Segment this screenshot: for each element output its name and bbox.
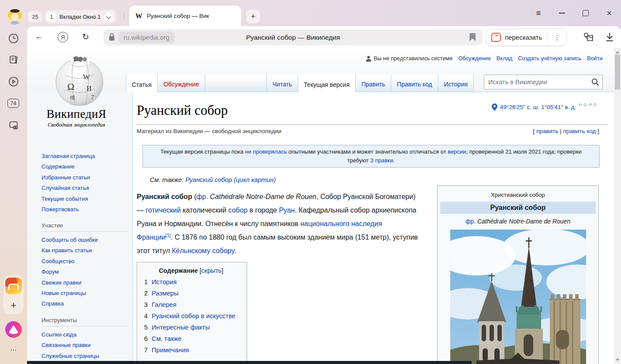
wikipedia-wordmark[interactable]: ВикипедиЯ	[27, 107, 126, 121]
rail-more-icon[interactable]: ⋯	[8, 346, 19, 354]
sidebar-section-title: Участие	[41, 222, 129, 232]
inline-link[interactable]: не проверялась	[245, 148, 287, 155]
toc-item[interactable]: 2Размеры	[144, 290, 238, 297]
table-of-contents: Содержание [скрыть] 1История2Размеры3Гал…	[137, 262, 247, 364]
sidebar-link[interactable]: Текущие события	[41, 194, 95, 204]
inline-link[interactable]: готический	[145, 206, 180, 214]
toc-item[interactable]: 5Интересные факты	[144, 324, 238, 331]
browser-menu-icon[interactable]: ≡	[527, 0, 550, 26]
minimize-button[interactable]	[550, 0, 574, 26]
sidebar-link[interactable]: Заглавная страница	[41, 151, 95, 161]
sidebar-link[interactable]: Как править статьи	[41, 245, 98, 256]
avatar-art	[10, 21, 19, 24]
sidebar-link[interactable]: Служебные страницы	[41, 351, 99, 361]
inline-link[interactable]: править код	[563, 128, 596, 134]
inline-link[interactable]: Руан	[279, 206, 295, 214]
sidebar-link[interactable]: Справка	[41, 299, 98, 309]
wikipedia-globe-logo[interactable]: Ω W И 维 7	[54, 55, 105, 106]
toc-item[interactable]: 1История	[144, 278, 238, 285]
sidebar-link[interactable]: Ссылки сюда	[41, 330, 99, 340]
sidebar-link[interactable]: Связанные правки	[41, 340, 99, 350]
tab-title: Руанский собор — Вик	[147, 13, 222, 19]
wiki-tab[interactable]: Обсуждение	[157, 74, 205, 92]
screenshot-icon[interactable]	[8, 120, 19, 130]
inline-link[interactable]: скрыть	[201, 267, 221, 274]
sidebar-nav: Заглавная страницаСодержаниеИзбранные ст…	[41, 151, 95, 215]
personal-link[interactable]: Вклад	[497, 55, 512, 62]
sidebar-link[interactable]: Новые страницы	[41, 288, 98, 299]
wiki-tab[interactable]: Текущая версия	[298, 74, 355, 92]
personal-link[interactable]: Создать учётную запись	[518, 55, 581, 62]
inline-link[interactable]: версии	[448, 148, 466, 155]
toc-item[interactable]: 7Примечания	[144, 347, 238, 354]
video-play-icon[interactable]	[8, 76, 19, 87]
coordinate-service-link[interactable]: O	[593, 102, 597, 107]
inline-link[interactable]: 3 правки	[370, 157, 393, 164]
sidebar-link[interactable]: Сообщить об ошибке	[41, 235, 98, 245]
sidebar-link[interactable]: Сообщество	[41, 256, 98, 267]
window-controls: ≡ ×	[527, 0, 621, 26]
tab-group-selector[interactable]: 1 Вкладки Окно 1	[45, 10, 116, 24]
notes-icon[interactable]	[8, 55, 19, 65]
wiki-tab	[205, 74, 267, 92]
inline-link[interactable]: фр.	[466, 218, 476, 225]
inline-link[interactable]: собор	[228, 206, 248, 214]
add-app-button[interactable]: +	[8, 300, 19, 311]
new-tab-button[interactable]: +	[246, 10, 260, 23]
scrollbar-thumb[interactable]	[615, 55, 620, 89]
yandex-button[interactable]: Я	[58, 32, 68, 42]
sidebar-link[interactable]: Содержание	[41, 161, 95, 172]
text-segment: Текущая версия страницы пока	[160, 148, 245, 155]
maximize-button[interactable]	[574, 0, 597, 26]
coordinate-service-link[interactable]: G	[583, 102, 586, 107]
yandex-mail-icon[interactable]	[5, 278, 22, 294]
alice-assistant-icon[interactable]	[5, 321, 22, 338]
address-bar[interactable]: ru.wikipedia.org Руанский собор — Википе…	[104, 29, 483, 45]
back-button[interactable]: ←	[35, 32, 45, 42]
wiki-tab[interactable]: История	[438, 74, 474, 92]
sidebar-link[interactable]: Форум	[41, 267, 98, 277]
toc-item[interactable]: 6См. также	[144, 335, 238, 342]
tab-title-fade	[214, 10, 229, 21]
reload-button[interactable]: ↻	[82, 32, 93, 42]
inline-link[interactable]: фр.	[197, 193, 208, 200]
profile-avatar[interactable]	[7, 9, 23, 24]
window-close-button[interactable]: ×	[597, 0, 621, 26]
browser-tab-active[interactable]: W Руанский собор — Вик ×	[129, 6, 241, 26]
toc-item[interactable]: 3Галерея	[144, 301, 238, 308]
collections-icon[interactable]	[583, 32, 595, 42]
coordinates-text[interactable]: 49°26′25″ с. ш. 1°05′41″ в. д.	[500, 104, 576, 110]
sidebar-link[interactable]: Случайная статья	[41, 183, 95, 193]
sidebar-link[interactable]: Свежие правки	[41, 278, 98, 288]
inline-link[interactable]: Руанский собор (цикл картин)	[185, 176, 276, 183]
wiki-tab[interactable]: Статья	[126, 74, 157, 92]
coordinates[interactable]: 49°26′25″ с. ш. 1°05′41″ в. д. HGЯO	[492, 103, 597, 111]
scroll-down-icon[interactable]	[616, 359, 619, 361]
sidebar-link[interactable]: Пожертвовать	[41, 204, 95, 215]
cathedral-photo[interactable]	[450, 230, 586, 364]
coordinate-service-link[interactable]: H	[579, 102, 582, 107]
personal-links: ОбсуждениеВкладСоздать учётную записьВой…	[458, 55, 603, 62]
coordinate-service-link[interactable]: Я	[589, 102, 592, 107]
scroll-up-icon[interactable]	[616, 51, 619, 53]
chevron-down-icon[interactable]	[104, 12, 114, 22]
tabs-counter-icon[interactable]: 74	[7, 99, 19, 108]
retell-more-icon[interactable]: ⋮	[552, 34, 562, 41]
avatar-art	[11, 14, 19, 21]
sidebar-link[interactable]: Избранные статьи	[41, 172, 95, 183]
inline-link[interactable]: Кёльнскому собору	[172, 247, 234, 254]
personal-link[interactable]: Обсуждение	[458, 55, 491, 62]
inline-link[interactable]: править	[536, 128, 558, 134]
page-scrollbar[interactable]	[614, 48, 621, 364]
search-input[interactable]	[484, 75, 603, 89]
personal-link[interactable]: Войти	[587, 55, 603, 62]
wiki-tab[interactable]: Править код	[391, 74, 438, 92]
wiki-tab[interactable]: Править	[355, 74, 391, 92]
total-tabs-counter[interactable]: 25	[28, 11, 42, 23]
retell-button[interactable]: “ пересказать ⋮	[486, 29, 567, 46]
wiki-tab[interactable]: Читать	[266, 74, 298, 92]
search-icon[interactable]	[591, 78, 599, 86]
download-icon[interactable]	[604, 31, 615, 43]
toc-item[interactable]: 4Руанский собор в искусстве	[144, 312, 238, 319]
history-icon[interactable]	[8, 33, 19, 44]
